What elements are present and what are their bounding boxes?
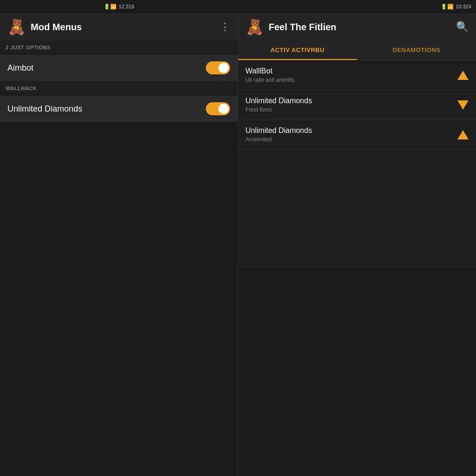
right-status-time: 10:324 bbox=[456, 4, 471, 9]
walllbot-title: WalllBot bbox=[245, 67, 296, 75]
right-header: 🧸 Feel The Fitlien 🔍 bbox=[238, 13, 476, 41]
left-teddy-icon: 🧸 bbox=[7, 18, 26, 36]
aimbot-toggle-thumb bbox=[218, 63, 229, 73]
aimbot-toggle[interactable] bbox=[206, 61, 230, 74]
right-status-icons: 🔋📶 bbox=[441, 4, 454, 10]
main-content: 🧸 Mod Menus ⋮ 2 JUST OPTIONS Aimbot WALL… bbox=[0, 13, 476, 476]
tab-denamotions[interactable]: DENAMOTIONS bbox=[357, 41, 476, 60]
left-header-left: 🧸 Mod Menus bbox=[7, 18, 82, 36]
unlimited-diamonds-right-2-subtitle: Arceimited bbox=[245, 136, 312, 143]
unlimited-diamonds-right-content: Unlimited Diamonds Frest foms bbox=[245, 97, 312, 113]
tabs-container: ACTIV ACTIVRBU DENAMOTIONS bbox=[238, 41, 476, 60]
section-header-just-options: 2 JUST OPTIONS bbox=[0, 41, 238, 54]
walllbot-arrow-up-icon bbox=[457, 71, 469, 80]
right-panel: 🧸 Feel The Fitlien 🔍 ACTIV ACTIVRBU DENA… bbox=[238, 13, 476, 476]
unlimited-diamonds-label: Unlimited Diamonds bbox=[7, 104, 82, 114]
list-item-unlimited-diamonds-right-2[interactable]: Unlimited Diamonds Arceimited bbox=[238, 120, 476, 150]
left-bottom-area bbox=[0, 123, 238, 476]
right-list: WalllBot Uli raile aoti antmfis. Unlimit… bbox=[238, 60, 476, 268]
list-item-unlimited-diamonds-right[interactable]: Unlimited Diamonds Frest foms bbox=[238, 90, 476, 120]
unlimited-diamonds-toggle-track bbox=[206, 102, 230, 115]
list-item-aimbot[interactable]: Aimbot bbox=[0, 55, 238, 81]
status-bar-container: 🔋📶 12:316 🔋📶 10:324 bbox=[0, 0, 476, 13]
left-panel-title: Mod Menus bbox=[31, 22, 82, 33]
left-status-icons: 🔋📶 bbox=[104, 4, 117, 10]
walllbot-content: WalllBot Uli raile aoti antmfis. bbox=[245, 67, 296, 83]
list-item-unlimited-diamonds[interactable]: Unlimited Diamonds bbox=[0, 96, 238, 122]
aimbot-label: Aimbot bbox=[7, 63, 33, 73]
aimbot-toggle-track bbox=[206, 61, 230, 74]
unlimited-diamonds-right-2-content: Unlimited Diamonds Arceimited bbox=[245, 126, 312, 143]
more-options-icon[interactable]: ⋮ bbox=[220, 21, 230, 33]
right-bottom-area bbox=[238, 268, 476, 476]
status-bar-left: 🔋📶 12:316 bbox=[0, 0, 238, 13]
unlimited-diamonds-toggle[interactable] bbox=[206, 102, 230, 115]
left-header: 🧸 Mod Menus ⋮ bbox=[0, 13, 238, 41]
left-status-time: 12:316 bbox=[119, 4, 134, 9]
unlimited-diamonds-right-title: Unlimited Diamonds bbox=[245, 97, 312, 105]
search-icon[interactable]: 🔍 bbox=[456, 21, 469, 33]
right-panel-title: Feel The Fitlien bbox=[269, 22, 337, 33]
unlimited-diamonds-right-2-title: Unlimited Diamonds bbox=[245, 126, 312, 135]
walllbot-subtitle: Uli raile aoti antmfis. bbox=[245, 77, 296, 83]
unlimited-diamonds-toggle-thumb bbox=[218, 104, 229, 114]
section-header-wallhack: WALLHACK bbox=[0, 82, 238, 95]
list-item-walllbot[interactable]: WalllBot Uli raile aoti antmfis. bbox=[238, 60, 476, 90]
status-bar-right: 🔋📶 10:324 bbox=[238, 0, 476, 13]
unlimited-diamonds-2-arrow-up-icon bbox=[457, 130, 469, 139]
tab-activ-activrbu[interactable]: ACTIV ACTIVRBU bbox=[238, 41, 357, 60]
right-header-left: 🧸 Feel The Fitlien bbox=[245, 18, 337, 36]
right-teddy-icon: 🧸 bbox=[245, 18, 264, 36]
left-panel: 🧸 Mod Menus ⋮ 2 JUST OPTIONS Aimbot WALL… bbox=[0, 13, 238, 476]
unlimited-diamonds-arrow-down-icon bbox=[457, 100, 469, 110]
unlimited-diamonds-right-subtitle: Frest foms bbox=[245, 106, 312, 113]
